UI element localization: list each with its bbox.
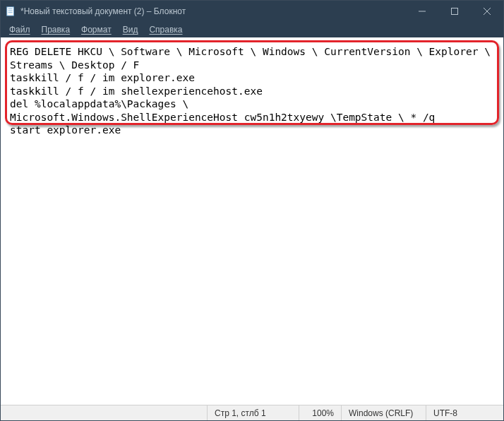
text-editor[interactable] [3,40,501,403]
window-title: *Новый текстовый документ (2) – Блокнот [20,6,406,16]
editor-area [1,37,503,405]
menu-file[interactable]: Файл [4,23,36,36]
status-encoding: UTF-8 [426,405,503,420]
minimize-button[interactable] [406,1,438,22]
close-button[interactable] [471,1,503,22]
svg-rect-5 [452,8,458,15]
menubar: Файл Правка Формат Вид Справка [1,22,503,37]
titlebar: *Новый текстовый документ (2) – Блокнот [1,1,503,22]
maximize-button[interactable] [438,1,471,22]
window-controls [406,1,503,22]
menu-view[interactable]: Вид [117,23,144,36]
status-line-ending: Windows (CRLF) [341,405,426,420]
svg-rect-0 [7,7,14,16]
menu-edit[interactable]: Правка [36,23,76,36]
notepad-window: *Новый текстовый документ (2) – Блокнот … [0,0,504,421]
menu-format[interactable]: Формат [76,23,117,36]
status-cursor-position: Стр 1, стлб 1 [207,405,299,420]
statusbar: Стр 1, стлб 1 100% Windows (CRLF) UTF-8 [1,405,503,420]
notepad-icon [5,6,16,17]
menu-help[interactable]: Справка [143,23,188,36]
status-zoom: 100% [299,405,341,420]
status-spacer [1,405,207,420]
